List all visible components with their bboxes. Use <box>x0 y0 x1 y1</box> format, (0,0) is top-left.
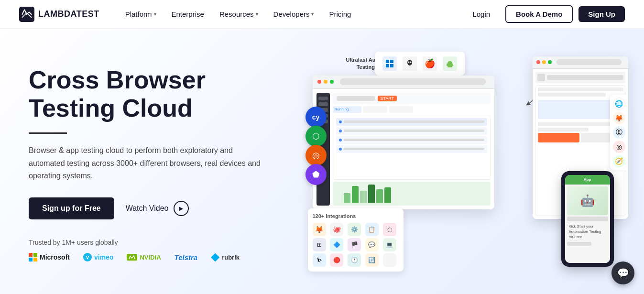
list-item <box>336 145 487 153</box>
list-item <box>336 127 487 135</box>
android-icon <box>443 56 457 71</box>
book-demo-button[interactable]: Book A Demo <box>505 5 573 23</box>
browser-bar <box>313 76 494 89</box>
test-icon: ⬡ <box>306 126 327 147</box>
chart-bar <box>368 185 375 203</box>
integration-icon: 🔴 <box>330 253 343 267</box>
nav-developers[interactable]: Developers ▾ <box>267 7 321 21</box>
nav-platform[interactable]: Platform ▾ <box>119 7 163 21</box>
address-bar <box>340 78 486 85</box>
chart-bar <box>352 186 359 203</box>
nav-resources[interactable]: Resources ▾ <box>213 7 265 21</box>
browser-body: START Running <box>333 93 491 206</box>
integrations-box: 120+ Integrations 🦊 🐙 ⚙️ 📋 ◌ ⊞ 🔷 🏴 💬 💻 ⛷ <box>308 208 404 272</box>
browser-dot-green <box>330 80 334 84</box>
browser-icon: ⬟ <box>306 164 327 185</box>
vimeo-logo: v vimeo <box>83 253 113 261</box>
svg-rect-4 <box>390 64 393 67</box>
browser-dot-red <box>317 80 321 84</box>
microsoft-icon <box>29 253 37 261</box>
svg-rect-3 <box>386 64 389 67</box>
windows-icon <box>382 56 397 71</box>
integration-icon: 💬 <box>365 238 379 251</box>
trust-section: Trusted by 1M+ users globally Microsoft … <box>29 239 268 261</box>
integration-icon: 🏴 <box>348 238 361 251</box>
apple-icon: 🍎 <box>423 56 437 71</box>
phone-text-line <box>567 217 608 221</box>
live-browser-header <box>533 56 628 69</box>
app-icon: ◎ <box>306 145 327 166</box>
list-item <box>336 118 487 126</box>
integration-icon <box>383 253 396 267</box>
phone-illustration: 🤖 <box>567 186 608 215</box>
watch-video-button[interactable]: Watch Video ▶ <box>126 201 189 216</box>
nav-actions: Login Book A Demo Sign Up <box>463 5 625 23</box>
hero-title: Cross Browser Testing Cloud <box>29 66 268 123</box>
hero-subtitle: Browser & app testing cloud to perform b… <box>29 144 268 182</box>
sidebar-item <box>318 102 328 106</box>
integration-icon: 🔃 <box>365 253 379 267</box>
main-browser-window: START Running <box>313 76 494 209</box>
nav-links: Platform ▾ Enterprise Resources ▾ Develo… <box>119 7 463 21</box>
integration-icon: 🦊 <box>313 223 326 236</box>
hero-illustration: Ultrafast AutomationTesting Grid Live-In… <box>287 29 644 294</box>
login-button[interactable]: Login <box>463 6 500 22</box>
tab-row: Running <box>333 106 491 113</box>
hero-section: Cross Browser Testing Cloud Browser & ap… <box>0 29 644 294</box>
firefox-icon: 🦊 <box>613 112 625 124</box>
phone-screen: App 🤖 Kick Start your Automation Testing… <box>565 175 610 263</box>
integration-icon: 🔷 <box>330 238 343 251</box>
test-list <box>333 115 491 180</box>
integration-icon: ⚙️ <box>348 223 361 236</box>
svg-point-6 <box>408 61 409 63</box>
linux-icon <box>403 56 417 71</box>
browser-topbar: START <box>333 93 491 104</box>
chart-bar <box>376 189 383 203</box>
chart-bar <box>344 193 350 203</box>
chat-widget[interactable]: 💬 <box>611 261 634 284</box>
rubrik-logo: rubrik <box>211 253 240 261</box>
title-divider <box>29 132 67 134</box>
signup-button[interactable]: Sign Up <box>579 6 625 22</box>
trust-logos: Microsoft v vimeo NVIDIA Telstra <box>29 253 268 261</box>
nvidia-icon <box>127 254 137 261</box>
svg-point-7 <box>410 61 411 63</box>
signup-free-button[interactable]: Sign up for Free <box>29 197 114 219</box>
chart-bar <box>360 191 367 203</box>
chevron-down-icon: ▾ <box>154 11 156 17</box>
integration-icon: 💻 <box>383 238 396 251</box>
nav-pricing[interactable]: Pricing <box>322 7 358 21</box>
illustration-container: Ultrafast AutomationTesting Grid Live-In… <box>298 47 633 276</box>
svg-rect-2 <box>390 60 393 63</box>
integration-icon: ◌ <box>383 223 396 236</box>
os-icons-box: 🍎 <box>375 52 465 76</box>
play-icon: ▶ <box>174 201 189 216</box>
svg-rect-8 <box>447 64 448 66</box>
integrations-label: 120+ Integrations <box>313 213 399 219</box>
trust-text: Trusted by 1M+ users globally <box>29 239 268 246</box>
svg-point-5 <box>407 60 412 65</box>
chrome-icon: 🌐 <box>613 98 625 110</box>
phone-topbar: App <box>565 175 610 185</box>
browser-dot-yellow <box>324 80 327 84</box>
start-button: START <box>378 96 397 101</box>
integration-icon: 🕐 <box>348 253 361 267</box>
chat-icon: 💬 <box>617 267 629 279</box>
telstra-logo: Telstra <box>175 253 198 261</box>
chart-area <box>333 182 491 206</box>
integration-icon: 🐙 <box>330 223 343 236</box>
sidebar-item <box>318 97 328 100</box>
logo[interactable]: LAMBDATEST <box>19 7 99 22</box>
browser-icons-column: 🌐 🦊 Ⓔ ◎ 🧭 <box>610 95 628 170</box>
phone-text-line <box>567 242 592 246</box>
nvidia-logo: NVIDIA <box>127 254 161 261</box>
safari-icon: 🧭 <box>613 155 625 167</box>
navbar: LAMBDATEST Platform ▾ Enterprise Resourc… <box>0 0 644 29</box>
svg-rect-9 <box>452 64 453 66</box>
opera-icon: ◎ <box>613 141 625 153</box>
rubrik-icon <box>211 253 219 261</box>
nav-enterprise[interactable]: Enterprise <box>165 7 211 21</box>
list-item <box>336 136 487 144</box>
integration-icons: 🦊 🐙 ⚙️ 📋 ◌ ⊞ 🔷 🏴 💬 💻 ⛷ 🔴 🕐 🔃 <box>313 223 399 267</box>
cy-logo: cy <box>306 107 327 128</box>
